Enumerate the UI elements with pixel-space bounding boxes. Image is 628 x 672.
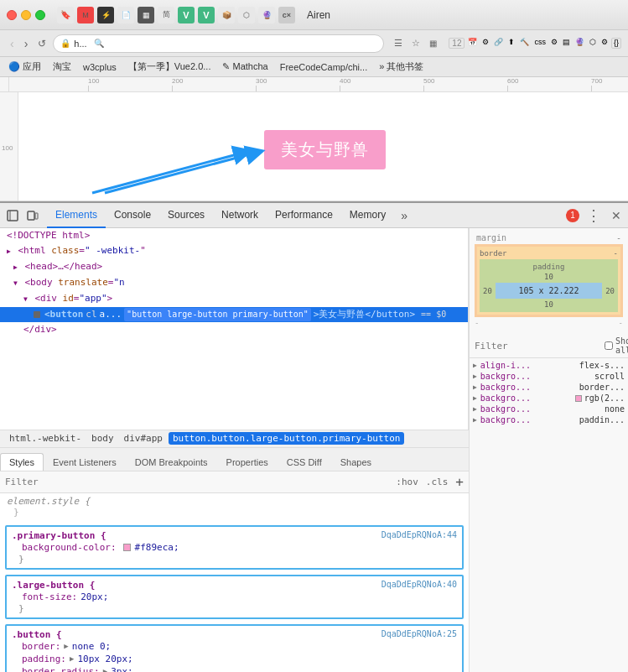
style-tab-shapes[interactable]: Shapes (331, 453, 381, 471)
computed-item-bg5[interactable]: ▶ backgro... paddin... (473, 414, 625, 425)
devtools-close-button[interactable]: ✕ (608, 209, 625, 222)
address-bar[interactable]: 🔒 h... 🔍 (53, 34, 384, 53)
extension-icon-1[interactable]: 📅 (466, 38, 479, 49)
extension-icon-11[interactable]: ⚙ (599, 38, 610, 49)
devtools-body: <!DOCTYPE html> ▶ <html class=" -webkit-… (0, 228, 628, 672)
tab-mail[interactable]: M (77, 7, 94, 23)
tab-elements[interactable]: Elements (47, 203, 106, 228)
tab-dev[interactable]: ⚡ (97, 7, 114, 23)
computed-item-align[interactable]: ▶ align-i... flex-s... (473, 360, 625, 371)
tab-box[interactable]: 📦 (218, 7, 235, 23)
back-button[interactable]: ‹ (7, 35, 18, 52)
extension-icon-4[interactable]: ⬆ (506, 38, 516, 49)
dev-tools-button[interactable]: {} (611, 38, 621, 49)
bookmark-mathcha[interactable]: ✎ Mathcha (219, 60, 271, 73)
device-mode-button[interactable] (23, 206, 42, 225)
forward-button[interactable]: › (21, 35, 32, 52)
close-window-button[interactable] (7, 10, 17, 20)
color-swatch-pink[interactable] (123, 544, 131, 551)
content-box: 105 x 22.222 (496, 283, 602, 299)
style-tab-properties[interactable]: Properties (217, 453, 278, 471)
padding-left-value: 20 (483, 287, 492, 295)
tab-vue1[interactable]: V (178, 7, 195, 23)
refresh-button[interactable]: ↺ (34, 36, 49, 51)
devtools-panel: Elements Console Sources Network Perform… (0, 201, 628, 672)
bookmark-w3cplus[interactable]: w3cplus (80, 61, 120, 73)
tab-bookmark[interactable]: 🔖 (57, 7, 74, 23)
html-div-app[interactable]: ▼ <div id="app"> (0, 291, 468, 307)
browser-tabs: 🔖 M ⚡ 📄 ▦ 简 V V 📦 ⬡ 🔮 c× (57, 7, 295, 23)
bookmark-taobao[interactable]: 淘宝 (49, 60, 75, 74)
html-button-selected[interactable]: <button cla... "button large-button prim… (0, 307, 468, 322)
tab-vue2[interactable]: V (198, 7, 215, 23)
style-tab-event-listeners[interactable]: Event Listeners (44, 453, 126, 471)
computed-item-bg3[interactable]: ▶ backgro... rgb(2... (473, 393, 625, 404)
styles-filter-input[interactable] (5, 477, 388, 487)
expand-body[interactable]: ▼ (13, 277, 18, 290)
html-head[interactable]: ▶ <head>…</head> (0, 259, 468, 275)
show-all-checkbox[interactable] (605, 341, 613, 350)
computed-item-bg2[interactable]: ▶ backgro... border... (473, 382, 625, 393)
add-css-rule-button[interactable]: + (455, 474, 464, 490)
pseudo-hov-button[interactable]: :hov (393, 476, 421, 488)
css-source-primary[interactable]: DqaDdEpRQNoA:44 (381, 530, 457, 539)
tab-memory[interactable]: Memory (341, 203, 394, 228)
expand-div-app[interactable]: ▼ (23, 293, 28, 306)
html-body[interactable]: ▼ <body translate="n (0, 275, 468, 291)
computed-filter-bar: Show all (470, 334, 628, 358)
style-tab-dom-breakpoints[interactable]: DOM Breakpoints (126, 453, 217, 471)
tab-network[interactable]: Network (213, 203, 267, 228)
tab-active[interactable]: c× (278, 7, 295, 23)
padding-top-value: 10 (544, 273, 553, 281)
bookmark-vue[interactable]: 【第一季】Vue2.0... (125, 60, 215, 74)
expand-html[interactable]: ▶ (7, 245, 11, 258)
show-all-text: Show all (615, 336, 628, 355)
computed-item-bg1[interactable]: ▶ backgro... scroll (473, 371, 625, 382)
inspect-element-button[interactable] (3, 206, 22, 225)
tab-doc[interactable]: 📄 (117, 7, 134, 23)
style-tab-css-diff[interactable]: CSS Diff (278, 453, 331, 471)
css-prop-font-size: font-size: 20px; (12, 591, 457, 603)
qr-button[interactable]: ▦ (426, 36, 440, 50)
extension-icon-9[interactable]: 🔮 (574, 38, 586, 49)
extension-icon-2[interactable]: ⚙ (480, 38, 490, 49)
bookmark-apps[interactable]: 🔵 应用 (5, 60, 44, 74)
bookmark-fcc[interactable]: FreeCodeCamp/chi... (277, 61, 371, 73)
tab-hex[interactable]: ⬡ (238, 7, 255, 23)
extension-icon-3[interactable]: 🔗 (492, 38, 505, 49)
tab-qr[interactable]: ▦ (138, 7, 154, 23)
margin-label: margin (476, 233, 506, 242)
tab-console[interactable]: Console (106, 203, 159, 228)
minimize-window-button[interactable] (21, 10, 31, 20)
browser-window: 🔖 M ⚡ 📄 ▦ 简 V V 📦 ⬡ 🔮 c× Airen ‹ › ↺ 🔒 h… (0, 0, 628, 672)
maximize-window-button[interactable] (35, 10, 45, 20)
extension-icon-5[interactable]: 🔨 (518, 38, 531, 49)
bookmark-more[interactable]: » 其他书签 (376, 60, 427, 74)
css-source-large[interactable]: DqaDdEpRQNoA:40 (381, 580, 457, 589)
viewport-demo-button[interactable]: 美女与野兽 (264, 130, 386, 169)
breadcrumb-html[interactable]: html.-webkit- (5, 432, 86, 445)
pseudo-cls-button[interactable]: .cls (423, 476, 451, 488)
style-tab-styles[interactable]: Styles (0, 453, 44, 471)
ruler-tick-500: 500 (423, 77, 434, 85)
breadcrumb-button[interactable]: button.button.large-button.primary-butto… (169, 432, 405, 445)
tab-more-button[interactable]: » (397, 209, 411, 222)
tab-simple[interactable]: 简 (158, 7, 174, 23)
breadcrumb-body[interactable]: body (87, 432, 118, 445)
computed-item-bg4[interactable]: ▶ backgro... none (473, 404, 625, 414)
tab-performance[interactable]: Performance (267, 203, 341, 228)
extension-icon-6[interactable]: css (532, 38, 548, 49)
extension-icon-10[interactable]: ⬡ (588, 38, 598, 49)
expand-head[interactable]: ▶ (13, 261, 18, 274)
bookmark-button[interactable]: ☆ (408, 36, 423, 50)
tab-sphere[interactable]: 🔮 (258, 7, 275, 23)
tab-sources[interactable]: Sources (159, 203, 213, 228)
computed-filter-input[interactable] (475, 341, 598, 352)
breadcrumb-div[interactable]: div#app (120, 432, 167, 445)
extension-icon-7[interactable]: ⚙ (549, 38, 559, 49)
devtools-more-options[interactable]: ⋮ (583, 206, 605, 225)
reader-mode-button[interactable]: ☰ (391, 36, 406, 50)
css-source-button[interactable]: DqaDdEpRQNoA:25 (381, 629, 457, 638)
html-html[interactable]: ▶ <html class=" -webkit-" (0, 243, 468, 259)
extension-icon-8[interactable]: ▤ (561, 38, 572, 49)
